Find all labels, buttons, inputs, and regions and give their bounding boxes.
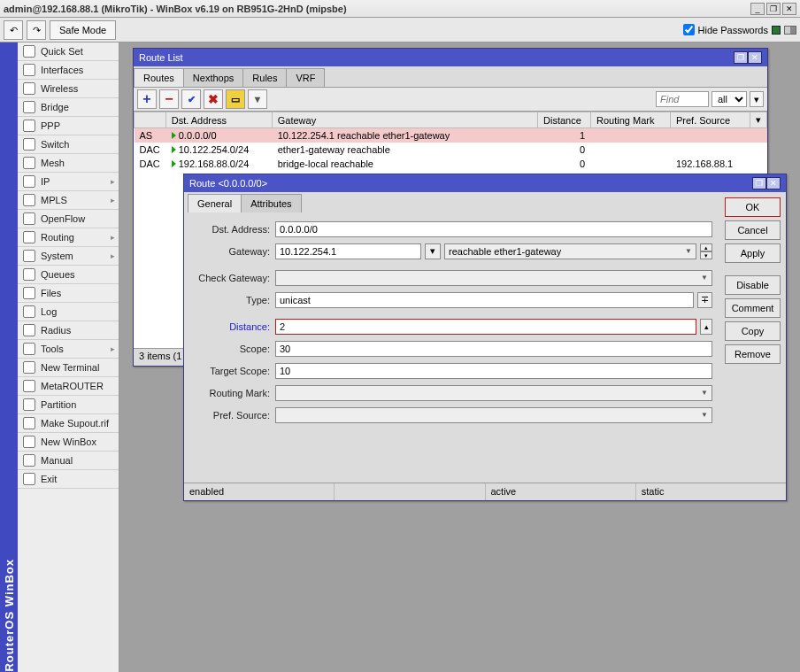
- chevron-right-icon: ▸: [111, 251, 115, 260]
- tab-general[interactable]: General: [188, 194, 242, 212]
- menu-item-manual[interactable]: Manual: [18, 452, 119, 470]
- column-header[interactable]: Distance: [538, 112, 591, 128]
- menu-item-log[interactable]: Log: [18, 303, 119, 321]
- remove-button[interactable]: Remove: [725, 344, 781, 364]
- menu-item-new-winbox[interactable]: New WinBox: [18, 433, 119, 452]
- type-dropdown-button[interactable]: ∓: [697, 292, 712, 308]
- column-header[interactable]: [135, 112, 166, 128]
- column-header[interactable]: Routing Mark: [591, 112, 671, 128]
- menu-item-bridge[interactable]: Bridge: [18, 98, 119, 117]
- tab-vrf[interactable]: VRF: [286, 68, 325, 87]
- distance-up-button[interactable]: ▴: [700, 319, 712, 335]
- close-button[interactable]: ✕: [782, 3, 796, 15]
- menu-item-ip[interactable]: IP▸: [18, 173, 119, 191]
- route-list-tabs: RoutesNexthopsRulesVRF: [134, 66, 767, 87]
- pref-source-select[interactable]: [275, 407, 712, 423]
- menu-item-make-supout-rif[interactable]: Make Supout.rif: [18, 414, 119, 433]
- table-row[interactable]: DAC10.122.254.0/24ether1-gateway reachab…: [135, 143, 767, 157]
- menu-item-switch[interactable]: Switch: [18, 135, 119, 154]
- column-menu-button[interactable]: ▾: [750, 112, 767, 128]
- scope-input[interactable]: [275, 341, 712, 357]
- menu-item-ppp[interactable]: PPP: [18, 117, 119, 135]
- tab-routes[interactable]: Routes: [134, 68, 184, 87]
- menu-item-exit[interactable]: Exit: [18, 470, 119, 489]
- menu-item-wireless[interactable]: Wireless: [18, 80, 119, 98]
- hide-passwords-label: Hide Passwords: [698, 25, 768, 35]
- active-icon: [172, 160, 176, 167]
- table-row[interactable]: AS0.0.0.0/010.122.254.1 reachable ether1…: [135, 128, 767, 143]
- menu-item-system[interactable]: System▸: [18, 247, 119, 266]
- comment-button[interactable]: Comment: [725, 298, 781, 318]
- route-list-restore-button[interactable]: ❐: [734, 51, 748, 64]
- table-row[interactable]: DAC192.168.88.0/24bridge-local reachable…: [135, 157, 767, 171]
- menu-item-new-terminal[interactable]: New Terminal: [18, 359, 119, 377]
- menu-item-interfaces[interactable]: Interfaces: [18, 61, 119, 80]
- hide-passwords-toggle[interactable]: Hide Passwords: [683, 24, 768, 35]
- menu-label: Wireless: [41, 83, 78, 94]
- undo-button[interactable]: ↶: [4, 20, 23, 40]
- route-detail-close-button[interactable]: ✕: [766, 177, 781, 189]
- route-detail-form: Dst. Address: Gateway: ▾ reachable ether…: [184, 212, 719, 483]
- routing-mark-select[interactable]: [275, 385, 712, 401]
- comment-button[interactable]: ▭: [226, 89, 245, 109]
- menu-item-mpls[interactable]: MPLS▸: [18, 191, 119, 210]
- route-list-close-button[interactable]: ✕: [748, 51, 762, 64]
- apply-button[interactable]: Apply: [725, 243, 781, 263]
- gateway-input[interactable]: [275, 243, 421, 259]
- menu-icon: [23, 231, 35, 243]
- redo-button[interactable]: ↷: [27, 20, 46, 40]
- restore-button[interactable]: ❐: [766, 3, 781, 15]
- filter-select[interactable]: all: [712, 91, 747, 107]
- remove-button[interactable]: −: [159, 89, 179, 109]
- tab-nexthops[interactable]: Nexthops: [183, 68, 243, 87]
- app-titlebar: admin@192.168.88.1 (MikroTik) - WinBox v…: [0, 0, 800, 18]
- gateway-up-button[interactable]: ▴: [700, 243, 712, 251]
- distance-input[interactable]: [275, 319, 696, 335]
- menu-item-mesh[interactable]: Mesh: [18, 154, 119, 173]
- gateway-dropdown-button[interactable]: ▾: [425, 243, 441, 259]
- ok-button[interactable]: OK: [725, 197, 781, 217]
- menu-item-partition[interactable]: Partition: [18, 396, 119, 414]
- safe-mode-button[interactable]: Safe Mode: [50, 20, 116, 40]
- disable-button[interactable]: ✖: [204, 89, 223, 109]
- menu-label: OpenFlow: [41, 213, 85, 224]
- copy-button[interactable]: Copy: [725, 321, 781, 341]
- column-header[interactable]: Gateway: [272, 112, 537, 128]
- menu-label: New WinBox: [41, 436, 96, 447]
- menu-item-openflow[interactable]: OpenFlow: [18, 210, 119, 228]
- tab-attributes[interactable]: Attributes: [241, 194, 301, 212]
- menu-item-tools[interactable]: Tools▸: [18, 340, 119, 359]
- gateway-reachable[interactable]: reachable ether1-gateway: [444, 243, 696, 259]
- menu-item-quick-set[interactable]: Quick Set: [18, 42, 119, 61]
- menu-icon: [23, 138, 35, 151]
- find-input[interactable]: [656, 91, 709, 107]
- column-header[interactable]: Pref. Source: [671, 112, 750, 128]
- menu-item-metarouter[interactable]: MetaROUTER: [18, 377, 119, 396]
- menu-label: System: [41, 251, 73, 261]
- disable-button[interactable]: Disable: [725, 275, 781, 295]
- target-scope-input[interactable]: [275, 363, 712, 379]
- cancel-button[interactable]: Cancel: [725, 220, 781, 240]
- enable-button[interactable]: ✔: [181, 89, 201, 109]
- add-button[interactable]: +: [137, 89, 157, 109]
- type-input[interactable]: [275, 292, 694, 308]
- menu-item-radius[interactable]: Radius: [18, 321, 119, 340]
- route-detail-restore-button[interactable]: ❐: [752, 177, 766, 189]
- minimize-button[interactable]: _: [750, 3, 765, 15]
- dst-address-input[interactable]: [275, 221, 712, 237]
- menu-label: Interfaces: [41, 65, 83, 75]
- tab-rules[interactable]: Rules: [242, 68, 287, 87]
- filter-dropdown-button[interactable]: ▾: [750, 91, 764, 107]
- menu-icon: [23, 175, 35, 188]
- check-gateway-select[interactable]: [275, 270, 712, 286]
- route-list-titlebar[interactable]: Route List ❐ ✕: [134, 49, 767, 66]
- filter-button[interactable]: ▼: [248, 89, 267, 109]
- hide-passwords-checkbox[interactable]: [683, 24, 695, 35]
- menu-item-queues[interactable]: Queues: [18, 266, 119, 284]
- gateway-down-button[interactable]: ▾: [700, 251, 712, 259]
- menu-item-routing[interactable]: Routing▸: [18, 228, 119, 247]
- menu-item-files[interactable]: Files: [18, 284, 119, 303]
- route-detail-titlebar[interactable]: Route <0.0.0.0/0> ❐ ✕: [184, 174, 786, 192]
- column-header[interactable]: Dst. Address: [165, 112, 272, 128]
- status-cell: static: [636, 483, 786, 500]
